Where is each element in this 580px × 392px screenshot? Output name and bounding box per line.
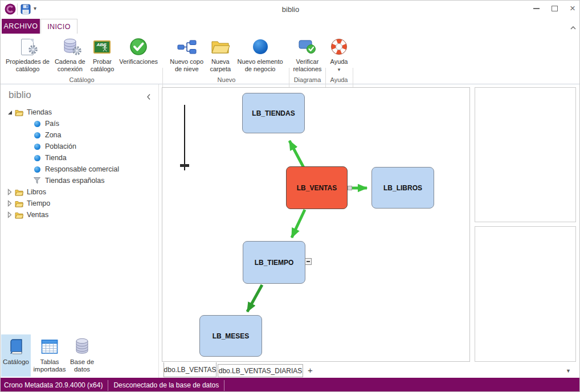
add-tab-button[interactable]: + [308,365,313,375]
snowflake-schema-icon [177,35,197,58]
zoom-slider-track[interactable] [184,105,185,170]
status-connection: Desconectado de la base de datos [108,380,224,391]
diagram-node-lb-meses[interactable]: LB_MESES [199,315,262,357]
zoom-slider-handle[interactable] [180,164,189,167]
doc-tab-lb-ventas[interactable]: dbo.LB_VENTAS [164,362,217,377]
verify-relations-button[interactable]: Verificar relaciones [292,35,322,74]
minimize-button[interactable] [528,1,545,17]
catalog-book-icon [7,334,25,358]
side-panel-top [475,87,576,222]
expander-collapsed-icon[interactable] [5,211,14,218]
attribute-dot-icon [32,132,42,138]
view-tablas-importadas-button[interactable]: Tablas importadas [33,334,66,377]
view-catalogo-button[interactable]: Catálogo [1,334,31,377]
save-button[interactable] [21,4,31,14]
sidebar-collapse-button[interactable] [146,92,153,99]
folder-icon [14,189,23,196]
title-bar: biblio ▾ × [1,1,580,18]
ribbon-group-label: Ayuda [326,76,352,83]
quick-access-dropdown-icon[interactable]: ▾ [34,5,36,11]
edge-tiempo-meses [247,285,262,312]
test-catalog-icon: ABC [93,35,111,58]
catalog-sidebar: biblio Tiendas País Zon [1,84,159,378]
tree-item-poblacion[interactable]: Población [1,141,159,152]
folder-icon [14,109,23,116]
database-icon [75,334,89,358]
tree-item-tienda[interactable]: Tienda [1,152,159,164]
attribute-dot-icon [32,144,42,150]
imported-tables-icon [41,334,58,358]
minus-icon [307,261,310,262]
quick-access-divider [17,3,18,15]
expander-collapsed-icon[interactable] [5,200,14,207]
ribbon-collapse-button[interactable] [570,22,579,30]
verifications-button[interactable]: Verificaciones [118,35,159,66]
ribbon-group-ayuda: Ayuda ▾ Ayuda [326,34,352,84]
catalog-tree: Tiendas País Zona Población Tienda Respo… [1,107,159,220]
tree-item-pais[interactable]: País [1,118,159,129]
tree-item-libros[interactable]: Libros [1,186,159,198]
application-window: biblio ▾ × ARCHIVO INICIO [0,0,580,392]
doc-tab-lb-ventas-diarias[interactable]: dbo.LB_VENTAS_DIARIAS [218,364,303,377]
filter-funnel-icon [32,177,42,184]
new-snowflake-button[interactable]: Nuevo copo de nieve [169,35,205,74]
connection-string-button[interactable]: Cadena de conexión [54,35,87,74]
diagram-canvas[interactable]: LB_TIENDAS LB_VENTAS LB_LIBROS LB_TIEMPO… [162,87,470,362]
attribute-dot-icon [32,166,42,173]
zoom-slider[interactable] [179,105,190,170]
view-base-de-datos-button[interactable]: Base de datos [67,334,97,377]
test-catalog-button[interactable]: ABC Probar catálogo [89,35,116,74]
folder-icon [14,200,23,207]
tree-item-responsable-comercial[interactable]: Responsable comercial [1,164,159,175]
maximize-button[interactable] [546,1,563,17]
folder-icon [14,211,23,219]
ribbon-group-label: Nuevo [165,76,288,83]
edge-ventas-tiendas [289,141,304,168]
minimize-icon [533,8,540,9]
lifebuoy-icon [330,35,348,58]
node-collapse-button[interactable] [305,258,312,265]
expander-collapsed-icon[interactable] [5,189,14,195]
tree-item-zona[interactable]: Zona [1,129,159,141]
new-folder-button[interactable]: Nueva carpeta [209,35,232,74]
close-button[interactable]: × [564,1,580,17]
edge-connector-handle [348,186,352,190]
new-business-element-button[interactable]: Nuevo elemento de negocio [236,35,284,74]
catalog-properties-button[interactable]: Propiedades de catálogo [5,35,51,74]
check-circle-icon [129,35,148,58]
tree-item-tiempo[interactable]: Tiempo [1,198,159,209]
diagram-node-lb-ventas[interactable]: LB_VENTAS [286,166,348,209]
diagram-node-lb-tiendas[interactable]: LB_TIENDAS [242,93,305,133]
ribbon-group-label: Diagrama [290,76,325,83]
ribbon: Propiedades de catálogo [1,34,580,84]
ribbon-group-nuevo: Nuevo copo de nieve Nueva carpeta [165,34,288,84]
ribbon-group-label: Catálogo [2,76,162,83]
catalog-properties-icon [21,35,34,58]
ribbon-group-diagrama: Verificar relaciones Diagrama [290,34,325,84]
help-button[interactable]: Ayuda ▾ [329,35,349,74]
attribute-dot-icon [32,155,42,161]
folder-icon [211,35,230,58]
side-panel-bottom [475,226,576,362]
tree-item-tiendas-espanolas[interactable]: Tiendas españolas [1,175,159,186]
diagram-node-lb-tiempo[interactable]: LB_TIEMPO [243,241,305,284]
status-app-version: Crono Metadata 20.9.4000 (x64) [1,380,108,391]
tab-archivo[interactable]: ARCHIVO [2,19,40,34]
blue-sphere-icon [253,35,268,58]
edge-ventas-tiempo [292,210,305,238]
ribbon-group-catalogo: Propiedades de catálogo [2,34,162,84]
sidebar-title: biblio [9,89,31,101]
tree-item-ventas[interactable]: Ventas [1,209,159,220]
attribute-dot-icon [32,121,42,127]
help-dropdown-icon[interactable]: ▾ [338,67,341,72]
window-title: biblio [1,5,580,14]
tab-inicio[interactable]: INICIO [40,19,77,34]
shape-check-icon [298,35,316,58]
diagram-node-lb-libros[interactable]: LB_LIBROS [371,167,434,209]
tab-list-dropdown-icon[interactable]: ▼ [566,368,571,374]
app-logo-icon[interactable] [5,3,16,15]
maximize-icon [552,6,558,11]
tree-item-tiendas[interactable]: Tiendas [1,107,159,118]
expander-expanded-icon[interactable] [5,110,14,115]
status-bar: Crono Metadata 20.9.4000 (x64) Desconect… [1,378,580,392]
